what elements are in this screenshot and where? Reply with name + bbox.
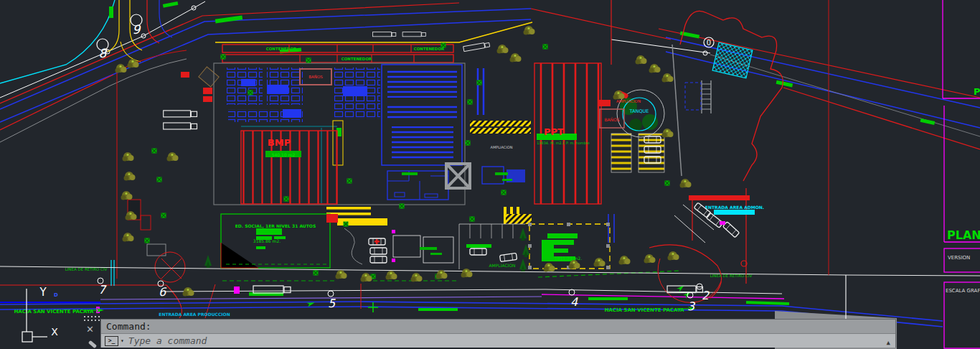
ppt-note-label: 13834. M. m2.1 P. m. hombre [537, 141, 590, 145]
parking-yellow-right [611, 134, 664, 172]
parking-bmp: BMP 540.10 m2 [241, 131, 337, 204]
tanque-label: TANQUE [629, 108, 649, 114]
title-block: P PLANTA VERSION ESCALA GRAFICA [943, 0, 980, 348]
bmp-area-label: 540.10 m2 [272, 152, 296, 157]
ampliacion-label: AMPLIACION [489, 263, 515, 268]
ampliacion-red-label: AMPLIACION [616, 99, 641, 103]
contenedor-label: CONTENEDOR [414, 47, 445, 51]
grid-bubble-2: 2 [702, 289, 710, 302]
tank-roundabout: TANQUE BAÑOS AMPLIACION [599, 90, 664, 137]
palette-grip[interactable] [84, 316, 100, 322]
escala-label: ESCALA GRAFICA [946, 288, 980, 294]
banos-right-label: BAÑOS [604, 117, 619, 122]
contenedor-label: CONTENEDOR [266, 47, 297, 51]
ampliacion-area-label: 1811.33 m2. [555, 256, 582, 261]
linea-retiro-right-label: LINEA DE RETIRO CIV [710, 274, 753, 278]
road-labels: LINEA DE RETIRO CIV LINEA DE RETIRO CIV … [14, 267, 752, 317]
road-d-label: D [54, 292, 58, 298]
command-input-row[interactable]: >_ ▾ Type a command ▲ [101, 334, 895, 348]
containers-area: CONTENEDOR CONTENEDOR CONTENEDOR [215, 22, 532, 62]
command-window: Command: >_ ▾ Type a command ▲ [100, 319, 896, 348]
contenedor-label: CONTENEDOR [341, 57, 372, 61]
command-prompt: Command: [106, 321, 151, 332]
ampliacion-small-label: AMPLIACION [491, 145, 513, 149]
palette-close-icon[interactable]: ✕ [86, 324, 94, 335]
banos-label: BAÑOS [308, 74, 323, 79]
version-label: VERSION [948, 255, 970, 261]
bmp-label: BMP [268, 137, 291, 148]
hacia-right-label: HACIA SAN VICENTE PACAYA [604, 307, 684, 313]
grid-bubble-5: 5 [328, 297, 336, 310]
command-history-row: Command: [101, 320, 895, 334]
admin-entrance: ENTRADA AREA ADMON. [649, 188, 764, 302]
entrada-admon-label: ENTRADA AREA ADMON. [705, 205, 764, 210]
ed-social-label: ED. SOCIAL, 1ER NIVEL 31 AUTOS [235, 223, 316, 228]
cli-icon[interactable]: >_ [105, 336, 118, 346]
ucs-x-label: X [51, 326, 58, 338]
command-input[interactable]: Type a command [128, 334, 207, 348]
hacia-left-label: HACIA SAN VICENTE PACAYA [14, 309, 94, 315]
ed-social-area-label: 3185.86 m2. [253, 238, 281, 243]
entrada-produccion-label: ENTRADA AREA PRODUCCION [159, 312, 230, 317]
grid-bubble-4: 4 [570, 295, 578, 309]
ucs-y-label: Y [39, 286, 47, 299]
sheet-title: PLANTA [947, 228, 980, 242]
drawing-canvas[interactable]: CONTENEDOR CONTENEDOR CONTENEDOR BAÑOS [0, 0, 980, 349]
ppt-label: PPT [544, 126, 564, 137]
cli-dropdown-icon[interactable]: ▾ [121, 334, 124, 348]
grid-bubble-3: 3 [687, 299, 696, 313]
grid-bubble-9: 9 [133, 22, 141, 37]
autocad-window: CONTENEDOR CONTENEDOR CONTENEDOR BAÑOS [0, 0, 980, 349]
vegetation [116, 26, 692, 297]
linea-retiro-left-label: LINEA DE RETIRO CIV [65, 267, 108, 271]
grid-bubble-0: 0 [707, 39, 711, 47]
command-scroll-up-icon[interactable]: ▲ [887, 336, 890, 349]
grid-bubble-6: 6 [159, 285, 167, 299]
titleblock-partial-label: P [974, 86, 980, 97]
